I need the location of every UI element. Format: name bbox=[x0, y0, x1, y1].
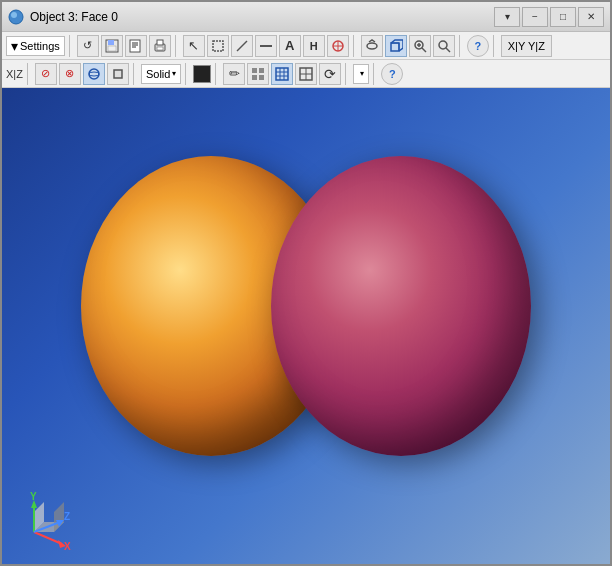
solid-caret: ▾ bbox=[172, 69, 176, 78]
color-swatch[interactable] bbox=[193, 65, 211, 83]
viewport[interactable]: Y X Z bbox=[2, 88, 610, 564]
svg-rect-3 bbox=[108, 40, 114, 45]
window-controls: ▾ − □ ✕ bbox=[494, 7, 604, 27]
sphere-container bbox=[61, 136, 551, 516]
app-icon bbox=[8, 9, 24, 25]
line-thickness-caret: ▾ bbox=[360, 69, 364, 78]
sep5 bbox=[493, 35, 497, 57]
svg-rect-4 bbox=[108, 46, 116, 51]
settings-dropdown[interactable]: ▾ Settings bbox=[6, 36, 65, 56]
help-btn[interactable]: ? bbox=[467, 35, 489, 57]
svg-rect-31 bbox=[252, 68, 257, 73]
minimize-button[interactable]: − bbox=[522, 7, 548, 27]
svg-rect-10 bbox=[157, 40, 163, 45]
svg-rect-12 bbox=[213, 41, 223, 51]
svg-text:Z: Z bbox=[64, 511, 70, 522]
line-thickness-dropdown[interactable]: ▾ bbox=[353, 64, 369, 84]
svg-point-1 bbox=[11, 12, 17, 18]
sphere-right bbox=[271, 156, 531, 456]
settings-label: Settings bbox=[20, 40, 60, 52]
dash-btn[interactable] bbox=[255, 35, 277, 57]
axis-indicator: Y X Z bbox=[14, 492, 74, 552]
svg-rect-33 bbox=[252, 75, 257, 80]
print-btn[interactable] bbox=[149, 35, 171, 57]
svg-point-26 bbox=[439, 41, 447, 49]
paint-btn[interactable]: ✏ bbox=[223, 63, 245, 85]
view-xyz-btn[interactable]: X|Y Y|Z bbox=[501, 35, 552, 57]
surface-btn[interactable] bbox=[83, 63, 105, 85]
save-as-btn[interactable] bbox=[125, 35, 147, 57]
svg-line-23 bbox=[422, 48, 426, 52]
sep3 bbox=[353, 35, 357, 57]
svg-line-13 bbox=[237, 41, 247, 51]
svg-rect-11 bbox=[157, 47, 163, 50]
svg-rect-30 bbox=[114, 70, 122, 78]
save-btn[interactable] bbox=[101, 35, 123, 57]
svg-marker-45 bbox=[54, 502, 64, 532]
sep6 bbox=[27, 63, 31, 85]
sep9 bbox=[215, 63, 219, 85]
zoom-in-btn[interactable] bbox=[409, 35, 431, 57]
sep10 bbox=[345, 63, 349, 85]
title-bar: Object 3: Face 0 ▾ − □ ✕ bbox=[2, 2, 610, 32]
sep8 bbox=[185, 63, 189, 85]
svg-rect-19 bbox=[391, 43, 399, 51]
rotate3d-btn[interactable] bbox=[361, 35, 383, 57]
solid-dropdown[interactable]: Solid ▾ bbox=[141, 64, 181, 84]
svg-rect-32 bbox=[259, 68, 264, 73]
rect-select-btn[interactable] bbox=[207, 35, 229, 57]
pointer-btn[interactable]: ↖ bbox=[183, 35, 205, 57]
box-btn[interactable] bbox=[107, 63, 129, 85]
svg-point-29 bbox=[89, 72, 99, 76]
zoom-fit-btn[interactable] bbox=[433, 35, 455, 57]
toolbar-2: X|Z ⊘ ⊗ Solid ▾ ✏ ⟳ ▾ bbox=[2, 60, 610, 88]
xz-label: X|Z bbox=[6, 68, 23, 80]
help2-btn[interactable]: ? bbox=[381, 63, 403, 85]
svg-text:Y: Y bbox=[30, 492, 37, 502]
grid2-btn[interactable] bbox=[295, 63, 317, 85]
close-button[interactable]: ✕ bbox=[578, 7, 604, 27]
toolbar-1: ▾ Settings ↺ ↖ A H bbox=[2, 32, 610, 60]
solid-label: Solid bbox=[146, 68, 170, 80]
window-title: Object 3: Face 0 bbox=[30, 10, 494, 24]
target-btn[interactable] bbox=[327, 35, 349, 57]
no-btn1[interactable]: ⊘ bbox=[35, 63, 57, 85]
svg-rect-5 bbox=[130, 40, 140, 52]
sep4 bbox=[459, 35, 463, 57]
sep11 bbox=[373, 63, 377, 85]
main-window: Object 3: Face 0 ▾ − □ ✕ ▾ Settings ↺ ↖ bbox=[0, 0, 612, 566]
rotate-left-btn[interactable]: ↺ bbox=[77, 35, 99, 57]
svg-text:X: X bbox=[64, 541, 71, 552]
svg-point-28 bbox=[89, 69, 99, 79]
view-xyz-label: X|Y Y|Z bbox=[508, 40, 545, 52]
svg-line-49 bbox=[34, 532, 62, 544]
viewport-bg: Y X Z bbox=[2, 88, 610, 564]
svg-point-18 bbox=[367, 43, 377, 49]
pattern-btn[interactable] bbox=[247, 63, 269, 85]
maximize-button[interactable]: □ bbox=[550, 7, 576, 27]
text-h-btn[interactable]: H bbox=[303, 35, 325, 57]
sep1 bbox=[69, 35, 73, 57]
text-a-btn[interactable]: A bbox=[279, 35, 301, 57]
spin-btn[interactable]: ⟳ bbox=[319, 63, 341, 85]
grid-btn[interactable] bbox=[271, 63, 293, 85]
svg-rect-35 bbox=[276, 68, 288, 80]
sep7 bbox=[133, 63, 137, 85]
sep2 bbox=[175, 35, 179, 57]
line-btn[interactable] bbox=[231, 35, 253, 57]
no-btn2[interactable]: ⊗ bbox=[59, 63, 81, 85]
svg-line-27 bbox=[446, 48, 450, 52]
pin-button[interactable]: ▾ bbox=[494, 7, 520, 27]
view3d-btn[interactable] bbox=[385, 35, 407, 57]
svg-rect-34 bbox=[259, 75, 264, 80]
